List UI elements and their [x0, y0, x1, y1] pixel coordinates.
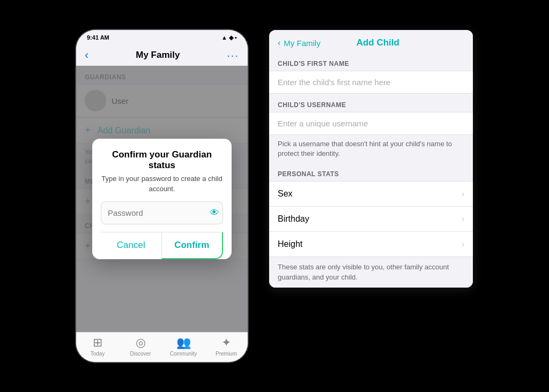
- sex-row[interactable]: Sex ›: [269, 182, 473, 207]
- left-phone: 9:41 AM ▲ ◆ ▪ ‹ My Family ··· GUARDIANS …: [76, 30, 248, 362]
- first-name-placeholder: Enter the child's first name here: [278, 78, 390, 87]
- modal-title: Confirm your Guardian status: [101, 149, 223, 171]
- birthday-chevron-icon: ›: [462, 214, 464, 224]
- cancel-button[interactable]: Cancel: [101, 232, 162, 259]
- tab-premium[interactable]: ✦ Premium: [205, 336, 248, 357]
- status-time: 9:41 AM: [87, 34, 109, 41]
- height-row[interactable]: Height ›: [269, 232, 473, 257]
- back-button[interactable]: ‹: [85, 48, 88, 62]
- nav-title: My Family: [136, 50, 180, 61]
- phone-nav: ‹ My Family ···: [76, 45, 248, 66]
- first-name-input-row[interactable]: Enter the child's first name here: [269, 71, 473, 94]
- personal-stats-label: PERSONAL STATS: [269, 163, 473, 182]
- birthday-label: Birthday: [278, 214, 309, 224]
- status-icons: ▲ ◆ ▪: [221, 34, 237, 41]
- eye-icon[interactable]: 👁: [210, 207, 219, 218]
- discover-icon: ◎: [136, 336, 146, 350]
- username-placeholder: Enter a unique username: [278, 119, 368, 128]
- sex-label: Sex: [278, 189, 293, 199]
- modal-box: Confirm your Guardian status Type in you…: [92, 139, 232, 259]
- username-section-label: CHILD'S USERNAME: [269, 94, 473, 112]
- height-label: Height: [278, 239, 302, 249]
- status-bar: 9:41 AM ▲ ◆ ▪: [76, 30, 248, 45]
- right-nav: ‹ My Family Add Child: [269, 30, 473, 52]
- phone-content: GUARDIANS User + Add Guardian You are a …: [76, 66, 248, 332]
- confirm-button[interactable]: Confirm: [162, 232, 224, 259]
- right-page-title: Add Child: [357, 37, 399, 48]
- tab-discover-label: Discover: [130, 351, 151, 357]
- today-icon: ⊞: [93, 336, 102, 350]
- modal-subtitle: Type in your password to create a child …: [101, 174, 223, 193]
- more-button[interactable]: ···: [227, 49, 239, 62]
- tab-premium-label: Premium: [216, 351, 237, 357]
- modal-actions: Cancel Confirm: [101, 232, 223, 259]
- community-icon: 👥: [176, 336, 191, 350]
- personal-stats-footer: These stats are only visible to you, oth…: [269, 257, 473, 287]
- username-input-row[interactable]: Enter a unique username: [269, 112, 473, 135]
- right-back-chevron-icon: ‹: [278, 38, 280, 48]
- sex-chevron-icon: ›: [462, 189, 464, 199]
- tab-bar: ⊞ Today ◎ Discover 👥 Community ✦ Premium: [76, 332, 248, 362]
- tab-discover[interactable]: ◎ Discover: [119, 336, 162, 357]
- premium-icon: ✦: [221, 336, 231, 350]
- password-field-row: 👁: [101, 201, 223, 224]
- tab-today-label: Today: [91, 351, 105, 357]
- first-name-section-label: CHILD'S FIRST NAME: [269, 52, 473, 71]
- username-hint: Pick a username that doesn't hint at you…: [269, 135, 473, 163]
- tab-community[interactable]: 👥 Community: [162, 336, 205, 357]
- birthday-row[interactable]: Birthday ›: [269, 207, 473, 232]
- password-input[interactable]: [108, 208, 210, 217]
- right-screen: ‹ My Family Add Child CHILD'S FIRST NAME…: [269, 30, 473, 288]
- right-back-link[interactable]: My Family: [284, 39, 320, 48]
- tab-today[interactable]: ⊞ Today: [76, 336, 119, 357]
- tab-community-label: Community: [170, 351, 197, 357]
- modal-overlay: Confirm your Guardian status Type in you…: [76, 66, 248, 332]
- height-chevron-icon: ›: [462, 239, 464, 249]
